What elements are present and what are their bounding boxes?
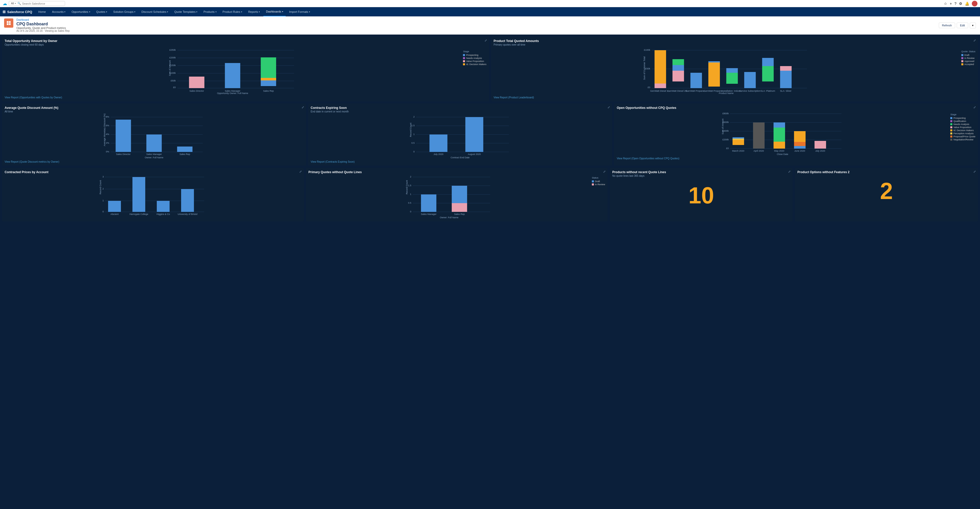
svg-rect-38 — [690, 73, 702, 88]
nav-item-accounts[interactable]: Accounts▾ — [49, 7, 68, 16]
legend-pq-in-review: In Review — [592, 183, 605, 186]
open-opp-view-report[interactable]: View Report (Open Opportunities without … — [617, 157, 975, 160]
primary-quotes-expand-icon[interactable]: ⤢ — [603, 170, 606, 173]
search-input[interactable] — [22, 2, 63, 5]
svg-text:£200k: £200k — [722, 138, 729, 141]
svg-text:SLA: Platinum: SLA: Platinum — [760, 90, 775, 92]
svg-text:0: 0 — [413, 150, 415, 153]
legend-opp-proposal: Proposal/Price Quote — [950, 135, 975, 138]
product-quote-status-label: Quote: Status — [961, 50, 975, 53]
svg-rect-99 — [732, 137, 744, 138]
product-total-subtitle: Primary quotes over all time — [494, 43, 976, 46]
product-expand-icon[interactable]: ⤢ — [973, 39, 976, 42]
nav-item-discount-schedules[interactable]: Discount Schedules▾ — [139, 7, 171, 16]
svg-rect-0 — [7, 21, 9, 23]
avatar[interactable] — [972, 1, 977, 6]
svg-rect-128 — [181, 189, 194, 212]
nav-item-products[interactable]: Products▾ — [201, 7, 219, 16]
svg-rect-32 — [654, 84, 666, 88]
nav-item-import-formats[interactable]: Import Formats▾ — [287, 7, 313, 16]
refresh-button[interactable]: Refresh — [939, 22, 955, 28]
legend-needs-analysis: Needs Analysis — [463, 57, 486, 59]
edit-button[interactable]: Edit — [957, 22, 968, 28]
legend-opp-qualification: Qualification — [950, 120, 975, 122]
search-dropdown-icon[interactable]: ▾ — [15, 2, 16, 5]
svg-rect-143 — [452, 186, 467, 203]
nav-item-solution-groups[interactable]: Solution Groups▾ — [111, 7, 138, 16]
legend-opp-needs: Needs Analysis — [950, 123, 975, 126]
open-opp-legend: Prospecting Qualification Needs Analysis… — [950, 117, 975, 141]
svg-rect-65 — [116, 119, 131, 152]
svg-text:Sum of Amount: Sum of Amount — [169, 60, 171, 76]
primary-quotes-legend: Draft In Review — [592, 180, 605, 186]
svg-text:2: 2 — [413, 116, 415, 118]
nav-item-dashboards[interactable]: Dashboards▾ — [263, 7, 285, 16]
breadcrumb[interactable]: Dashboard — [16, 18, 70, 21]
legend-opp-negotiation: Negotiation/Review — [950, 138, 975, 141]
accounts-chevron: ▾ — [64, 11, 65, 13]
nav-item-product-rules[interactable]: Product Rules▾ — [220, 7, 245, 16]
help-icon[interactable]: ? — [955, 2, 956, 6]
svg-rect-22 — [261, 78, 276, 80]
open-opp-expand-icon[interactable]: ⤢ — [973, 105, 976, 109]
solution-groups-chevron: ▾ — [134, 11, 135, 13]
search-bar[interactable]: All ▾ 🔍 — [9, 1, 65, 6]
setup-icon[interactable]: ⚙ — [959, 2, 963, 6]
legend-opp-value: Value Proposition — [950, 126, 975, 129]
card-contracts-expiring: Contracts Expiring Soon End date in curr… — [308, 103, 612, 166]
legend-opp-decision: Id. Decision Makers — [950, 129, 975, 132]
page-title: CPQ Dashboard — [16, 22, 70, 26]
svg-text:Average Monetary Discount (%): Average Monetary Discount (%) — [103, 113, 106, 146]
nav-item-home[interactable]: Home — [36, 7, 48, 16]
title-bar-left: Dashboard CPQ Dashboard Opportunity, Quo… — [4, 18, 70, 32]
dashboard-meta: As of 6 Jul 2020, 15:16 · Viewing as Sal… — [16, 29, 70, 32]
primary-status-label: Status — [592, 177, 605, 179]
opp-legend: Prospecting Needs Analysis Value Proposi… — [463, 54, 486, 65]
quote-templates-chevron: ▾ — [196, 11, 197, 13]
notification-icon[interactable]: 🔔 — [965, 2, 969, 6]
opp-view-report[interactable]: View Report (Opportunities with Quotes b… — [5, 96, 487, 99]
avg-view-report[interactable]: View Report (Quote Discount metrics by O… — [5, 161, 304, 163]
svg-text:0: 0 — [410, 210, 411, 213]
products-chevron: ▾ — [215, 11, 216, 13]
card-contracted-prices: Contracted Prices by Account ⤢ 3 2 1 0 A… — [2, 168, 304, 221]
svg-rect-105 — [773, 142, 785, 149]
nav-item-opportunities[interactable]: Opportunities▾ — [69, 7, 92, 16]
svg-text:GenWatt Diesel 20...: GenWatt Diesel 20... — [667, 90, 689, 92]
avg-x-axis: Owner: Full Name — [5, 156, 304, 159]
all-dropdown[interactable]: All — [11, 2, 14, 5]
nav-grid-icon[interactable]: ⊞ — [3, 10, 6, 14]
svg-rect-21 — [261, 80, 276, 86]
svg-rect-41 — [708, 61, 720, 62]
products-no-quotes-expand-icon[interactable]: ⤢ — [788, 170, 791, 173]
favorites-icon[interactable]: ☆ — [944, 2, 947, 6]
product-total-title: Product Total Quoted Amounts — [494, 39, 976, 43]
product-options-expand-icon[interactable]: ⤢ — [973, 170, 976, 173]
svg-text:1.5: 1.5 — [408, 184, 411, 187]
contracted-title: Contracted Prices by Account — [5, 170, 301, 174]
svg-text:July 2020: July 2020 — [815, 150, 825, 152]
more-actions-button[interactable]: ▾ — [970, 22, 976, 29]
avg-expand-icon[interactable]: ⤢ — [302, 105, 304, 109]
contracts-view-report[interactable]: View Report (Contracts Expiring Soon) — [311, 161, 610, 163]
contracts-expand-icon[interactable]: ⤢ — [608, 105, 610, 109]
nav-item-quotes[interactable]: Quotes▾ — [94, 7, 110, 16]
svg-text:2: 2 — [410, 175, 411, 178]
svg-text:0.5: 0.5 — [411, 142, 415, 144]
svg-text:Record Count: Record Count — [409, 123, 412, 137]
dashboard-row-3: Contracted Prices by Account ⤢ 3 2 1 0 A… — [2, 168, 978, 221]
opp-card-subtitle: Opportunities closing next 60 days — [5, 43, 487, 46]
svg-rect-111 — [815, 141, 826, 149]
quotes-chevron: ▾ — [106, 11, 107, 13]
product-options-title: Product Options without Features 2 — [797, 170, 975, 174]
add-icon[interactable]: + — [950, 2, 952, 6]
products-no-quotes-value: 10 — [612, 179, 791, 212]
contracted-expand-icon[interactable]: ⤢ — [299, 170, 302, 173]
svg-rect-124 — [132, 177, 145, 212]
product-view-report[interactable]: View Report (Product Leaderboard) — [494, 96, 976, 99]
nav-item-quote-templates[interactable]: Quote Templates▾ — [172, 7, 200, 16]
nav-item-reports[interactable]: Reports▾ — [246, 7, 262, 16]
expand-icon[interactable]: ⤢ — [485, 39, 487, 42]
svg-text:2: 2 — [102, 188, 104, 190]
svg-text:University of Bristol: University of Bristol — [178, 213, 197, 215]
